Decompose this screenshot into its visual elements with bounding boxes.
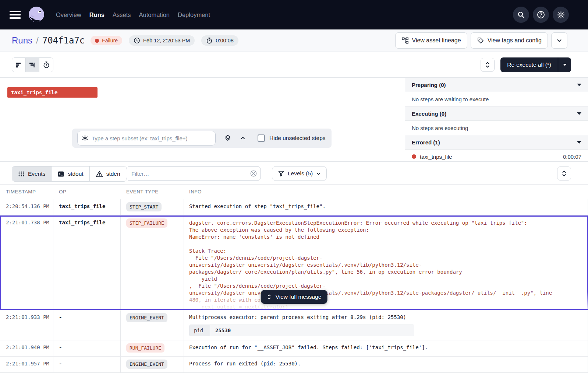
gantt-area: taxi_trips_file Hide unselected steps xyxy=(0,78,588,161)
event-op: taxi_trips_file xyxy=(53,215,121,310)
search-icon xyxy=(517,11,525,19)
breadcrumb-runs-link[interactable]: Runs xyxy=(12,35,32,46)
top-navbar: Overview Runs Assets Automation Deployme… xyxy=(0,0,588,29)
help-button[interactable] xyxy=(533,7,549,23)
lineage-icon xyxy=(401,37,409,44)
dagster-logo[interactable] xyxy=(27,6,46,24)
column-header-info: INFO xyxy=(184,189,588,194)
column-header-event-type: EVENT TYPE xyxy=(121,189,184,194)
event-timestamp[interactable]: 2:21:01.940 PM xyxy=(0,340,53,356)
caret-down-icon xyxy=(563,64,567,66)
clock-icon xyxy=(134,37,140,44)
panel-section-errored[interactable]: Errored (1) xyxy=(405,135,588,150)
gantt-expand-button[interactable] xyxy=(481,58,495,72)
caret-down-icon xyxy=(577,84,581,86)
nav-item-overview[interactable]: Overview xyxy=(56,11,81,18)
hide-unselected-checkbox[interactable] xyxy=(258,134,265,142)
events-table: TIMESTAMP OP EVENT TYPE INFO 2:20:54.136… xyxy=(0,184,588,389)
layers-icon[interactable] xyxy=(224,134,232,142)
event-row-engine-event: 2:21:01.957 PM - ENGINE_EVENT Process fo… xyxy=(0,357,588,373)
breadcrumb-separator: / xyxy=(36,35,39,46)
tab-events[interactable]: Events xyxy=(12,167,52,181)
log-type-tabs: Events stdout stderr xyxy=(12,166,127,182)
settings-button[interactable] xyxy=(553,7,569,23)
expand-vertical-icon xyxy=(267,294,272,300)
tab-stderr[interactable]: stderr xyxy=(90,167,127,181)
nav-item-deployment[interactable]: Deployment xyxy=(178,11,210,18)
chevron-down-icon xyxy=(556,38,562,43)
event-timestamp[interactable]: 2:21:01.738 PM xyxy=(0,215,53,310)
event-row-step-start: 2:20:54.136 PM taxi_trips_file STEP_STAR… xyxy=(0,199,588,215)
event-type-badge: ENGINE_EVENT xyxy=(126,313,167,322)
expand-vertical-icon xyxy=(485,62,490,68)
gantt-waterfall-view-button[interactable] xyxy=(26,58,39,72)
metadata-key: pid xyxy=(189,325,210,336)
help-icon xyxy=(536,10,545,19)
events-expand-button[interactable] xyxy=(557,167,571,181)
gantt-toolbar: Re-execute all (*) xyxy=(0,52,588,78)
gantt-flat-view-button[interactable] xyxy=(12,58,26,72)
view-asset-lineage-button[interactable]: View asset lineage xyxy=(395,32,467,49)
panel-errored-step-row[interactable]: taxi_trips_file 0:00:07 xyxy=(405,150,588,161)
event-op: - xyxy=(53,340,121,356)
gantt-flat-icon xyxy=(15,61,22,69)
event-row-engine-event: 2:21:01.933 PM - ENGINE_EVENT Multiproce… xyxy=(0,310,588,340)
failure-dot-icon xyxy=(412,154,416,159)
chevron-up-icon[interactable] xyxy=(240,135,246,141)
event-info: Multiprocess executor: parent process ex… xyxy=(184,310,588,340)
stopwatch-icon xyxy=(43,61,50,69)
event-op: - xyxy=(53,357,121,372)
run-steps-panel: Preparing (0) No steps are waiting to ex… xyxy=(405,78,588,161)
step-duration: 0:00:07 xyxy=(563,154,581,160)
log-filter-input[interactable] xyxy=(126,166,261,181)
warning-triangle-icon xyxy=(96,171,103,178)
expand-vertical-icon xyxy=(561,170,567,177)
gantt-timing-view-button[interactable] xyxy=(39,58,53,72)
clear-filter-icon[interactable] xyxy=(250,170,257,177)
event-type-badge: RUN_FAILURE xyxy=(126,343,164,353)
tag-icon xyxy=(477,37,484,44)
event-info: Execution of run for "__ASSET_JOB" faile… xyxy=(184,340,588,356)
event-timestamp[interactable]: 2:21:01.957 PM xyxy=(0,357,53,372)
nav-item-automation[interactable]: Automation xyxy=(139,11,170,18)
run-id: 704f1a7c xyxy=(42,35,85,46)
event-timestamp[interactable]: 2:20:54.136 PM xyxy=(0,199,53,215)
status-badge: Failure xyxy=(91,36,122,45)
gantt-waterfall-icon xyxy=(29,61,36,69)
metadata-value: 25530 xyxy=(210,325,414,336)
nav-item-assets[interactable]: Assets xyxy=(113,11,131,18)
hamburger-menu-icon[interactable] xyxy=(10,11,21,19)
event-row-step-failure: 2:21:01.738 PM taxi_trips_file STEP_FAIL… xyxy=(0,215,588,310)
event-timestamp[interactable]: 2:21:01.933 PM xyxy=(0,310,53,340)
event-type-badge: STEP_START xyxy=(126,202,162,211)
panel-preparing-empty: No steps are waiting to execute xyxy=(405,92,588,106)
view-tags-config-button[interactable]: View tags and config xyxy=(471,32,548,49)
error-stack-trace: dagster._core.errors.DagsterExecutionSte… xyxy=(184,215,588,310)
caret-down-icon xyxy=(577,112,581,115)
reexecute-options-button[interactable] xyxy=(558,57,571,72)
panel-section-executing[interactable]: Executing (0) xyxy=(405,106,588,121)
events-table-header: TIMESTAMP OP EVENT TYPE INFO xyxy=(0,184,588,199)
funnel-icon xyxy=(278,170,284,177)
gantt-step-bar[interactable]: taxi_trips_file xyxy=(7,87,98,98)
header-more-actions-button[interactable] xyxy=(551,32,567,49)
grid-icon xyxy=(18,171,25,177)
panel-section-preparing[interactable]: Preparing (0) xyxy=(405,78,588,92)
nav-item-runs[interactable]: Runs xyxy=(89,11,105,18)
reexecute-split-button: Re-execute all (*) xyxy=(500,57,571,72)
event-info: Started execution of step "taxi_trips_fi… xyxy=(184,199,588,215)
tab-stdout[interactable]: stdout xyxy=(52,167,89,181)
panel-executing-empty: No steps are executing xyxy=(405,121,588,135)
search-button[interactable] xyxy=(513,7,529,23)
events-toolbar: Events stdout stderr xyxy=(0,161,588,184)
view-full-message-button[interactable]: View full message xyxy=(261,290,327,304)
gantt-view-toggle xyxy=(12,57,53,72)
nav-links: Overview Runs Assets Automation Deployme… xyxy=(56,11,210,18)
event-metadata-table: pid 25530 xyxy=(189,325,414,336)
duration-pill: 0:00:08 xyxy=(201,35,238,46)
event-op: - xyxy=(53,310,121,340)
run-header: Runs / 704f1a7c Failure Feb 12, 2:20:53 … xyxy=(0,29,588,52)
step-subset-input[interactable] xyxy=(77,131,216,146)
levels-filter-button[interactable]: Levels (5) xyxy=(272,166,327,181)
reexecute-all-button[interactable]: Re-execute all (*) xyxy=(500,57,558,72)
